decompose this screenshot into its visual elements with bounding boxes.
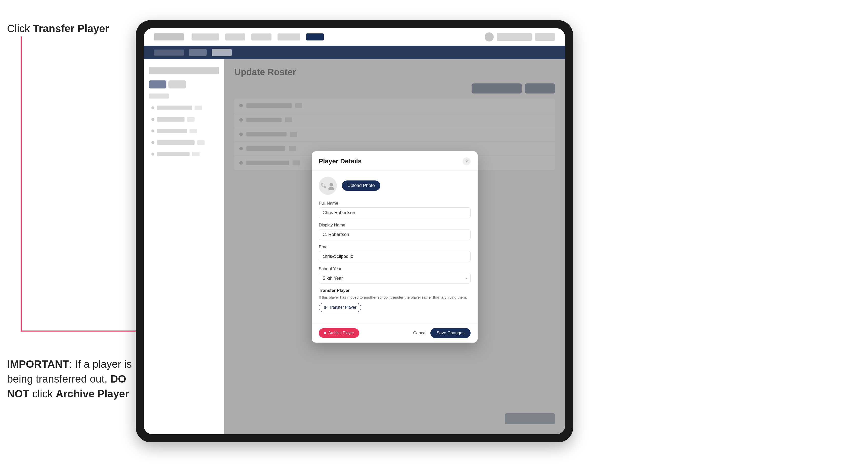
transfer-description: If this player has moved to another scho… bbox=[319, 294, 471, 300]
transfer-player-button[interactable]: ⚙ Transfer Player bbox=[319, 303, 361, 312]
sidebar-item-4[interactable] bbox=[149, 137, 219, 148]
instruction-top: Click Transfer Player bbox=[7, 23, 109, 35]
svg-point-0 bbox=[330, 183, 333, 187]
sidebar-item-5[interactable] bbox=[149, 149, 219, 159]
transfer-section-title: Transfer Player bbox=[319, 288, 471, 293]
modal-overlay: Player Details × ✎ bbox=[224, 59, 565, 434]
tablet-screen: Update Roster bbox=[144, 28, 565, 434]
instruction-archive-ref: Archive Player bbox=[56, 388, 129, 400]
nav-add-btn[interactable] bbox=[497, 33, 532, 41]
sidebar-item-2[interactable] bbox=[149, 114, 219, 125]
sidebar-dot-4 bbox=[151, 141, 154, 144]
sidebar-num-2 bbox=[187, 117, 194, 122]
sub-nav bbox=[144, 46, 565, 59]
modal-title: Player Details bbox=[319, 157, 362, 165]
instruction-prefix: Click bbox=[7, 23, 33, 34]
school-year-select[interactable]: Sixth Year First Year Second Year Third … bbox=[319, 273, 471, 283]
sidebar-num-3 bbox=[189, 129, 197, 133]
nav-item-schedule bbox=[251, 33, 272, 40]
main-content: Update Roster bbox=[144, 59, 565, 434]
toggle-btn-inactive[interactable] bbox=[168, 81, 186, 89]
nav-item-team[interactable] bbox=[306, 33, 324, 40]
display-name-label: Display Name bbox=[319, 223, 471, 228]
nav-bar bbox=[144, 28, 565, 46]
transfer-icon: ⚙ bbox=[323, 305, 327, 310]
archive-player-button[interactable]: ■ Archive Player bbox=[319, 328, 359, 338]
sidebar-num-5 bbox=[192, 152, 199, 156]
sidebar-dot-5 bbox=[151, 153, 154, 156]
avatar-svg bbox=[327, 181, 336, 190]
cancel-button[interactable]: Cancel bbox=[413, 331, 427, 336]
sidebar-name-4 bbox=[157, 140, 194, 145]
player-details-modal: Player Details × ✎ bbox=[312, 151, 477, 343]
display-name-group: Display Name bbox=[319, 223, 471, 240]
sidebar-name-2 bbox=[157, 117, 185, 122]
sidebar-toggle-row bbox=[149, 81, 219, 89]
modal-body: ✎ Upload Photo Full Name bbox=[312, 171, 477, 323]
full-name-group: Full Name bbox=[319, 201, 471, 218]
svg-point-1 bbox=[328, 187, 334, 190]
sidebar-name-3 bbox=[157, 129, 187, 133]
sidebar-header bbox=[149, 67, 219, 74]
footer-right-actions: Cancel Save Changes bbox=[413, 328, 471, 338]
sidebar-num-1 bbox=[194, 105, 202, 110]
school-year-label: School Year bbox=[319, 267, 471, 272]
full-name-label: Full Name bbox=[319, 201, 471, 206]
full-name-input[interactable] bbox=[319, 207, 471, 218]
nav-right bbox=[485, 32, 555, 41]
sidebar-name-5 bbox=[157, 152, 189, 156]
sidebar-item-3[interactable] bbox=[149, 126, 219, 136]
school-year-select-wrapper: Sixth Year First Year Second Year Third … bbox=[319, 273, 471, 283]
archive-btn-label: Archive Player bbox=[328, 331, 354, 335]
subnav-btn1 bbox=[189, 49, 207, 56]
modal-footer: ■ Archive Player Cancel Save Changes bbox=[312, 323, 477, 343]
nav-item-moreinfo bbox=[278, 33, 300, 40]
red-line-vertical bbox=[21, 36, 22, 331]
sidebar-section-title bbox=[149, 93, 169, 98]
nav-avatar bbox=[485, 32, 494, 41]
content-panel: Update Roster bbox=[224, 59, 565, 434]
school-year-group: School Year Sixth Year First Year Second… bbox=[319, 267, 471, 283]
display-name-input[interactable] bbox=[319, 229, 471, 240]
tablet-frame: Update Roster bbox=[136, 20, 573, 442]
toggle-btn-active[interactable] bbox=[149, 81, 166, 89]
nav-items bbox=[191, 33, 477, 40]
avatar-circle: ✎ bbox=[319, 177, 337, 195]
sidebar-name-1 bbox=[157, 105, 192, 110]
sidebar-item-1[interactable] bbox=[149, 102, 219, 113]
instruction-important: IMPORTANT bbox=[7, 358, 69, 370]
nav-logo bbox=[154, 33, 184, 40]
photo-upload-row: ✎ Upload Photo bbox=[319, 177, 471, 195]
upload-photo-button[interactable]: Upload Photo bbox=[342, 181, 380, 191]
sidebar-dot-3 bbox=[151, 129, 154, 132]
sidebar-dot-2 bbox=[151, 118, 154, 121]
subnav-item1 bbox=[154, 50, 184, 56]
nav-item-teams bbox=[225, 33, 245, 40]
save-changes-button[interactable]: Save Changes bbox=[430, 328, 471, 338]
transfer-section: Transfer Player If this player has moved… bbox=[319, 288, 471, 312]
transfer-btn-label: Transfer Player bbox=[329, 305, 356, 310]
nav-edit-btn[interactable] bbox=[535, 33, 555, 41]
instruction-bottom: IMPORTANT: If a player is being transfer… bbox=[7, 357, 143, 401]
modal-close-button[interactable]: × bbox=[463, 157, 471, 165]
sidebar-dot-1 bbox=[151, 106, 154, 109]
modal-header: Player Details × bbox=[312, 151, 477, 171]
email-group: Email bbox=[319, 245, 471, 262]
email-label: Email bbox=[319, 245, 471, 250]
sidebar bbox=[144, 59, 224, 434]
nav-item-dashboard bbox=[191, 33, 219, 40]
instruction-bold: Transfer Player bbox=[33, 23, 110, 34]
email-input[interactable] bbox=[319, 251, 471, 262]
subnav-btn-active bbox=[212, 49, 232, 56]
archive-icon: ■ bbox=[324, 331, 326, 335]
instruction-text2: click bbox=[29, 388, 56, 400]
sidebar-num-4 bbox=[197, 140, 205, 145]
avatar-icon: ✎ bbox=[320, 181, 327, 190]
